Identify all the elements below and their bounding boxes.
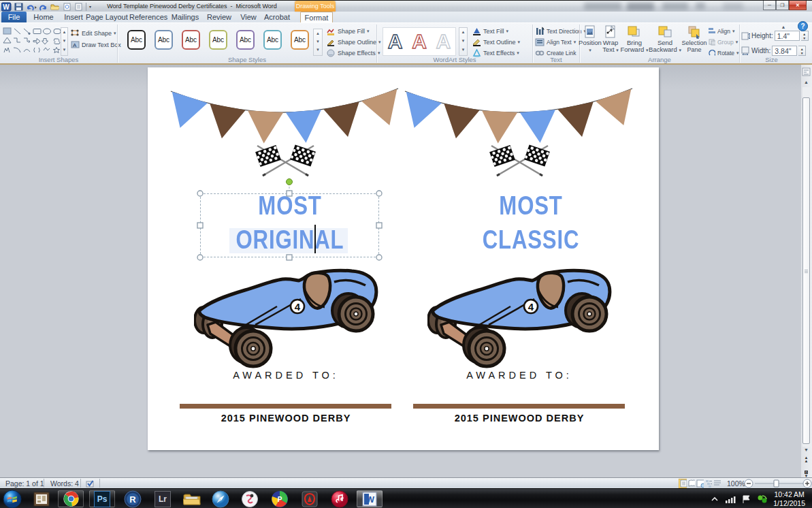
svg-text:4: 4 <box>295 301 301 313</box>
svg-text:P: P <box>277 496 282 503</box>
svg-text:W: W <box>366 494 375 505</box>
svg-text:A: A <box>73 42 77 48</box>
svg-text:R: R <box>129 494 136 505</box>
svg-text:?: ? <box>800 22 805 30</box>
